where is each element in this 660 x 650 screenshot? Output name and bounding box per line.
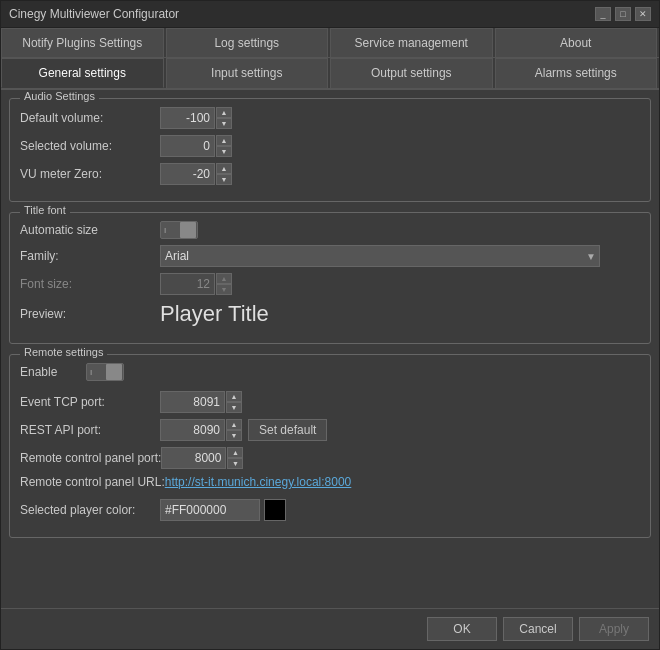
- remote-control-panel-port-spinner: ▲ ▼: [161, 447, 243, 469]
- selected-player-color-label: Selected player color:: [20, 503, 160, 517]
- default-volume-input[interactable]: [160, 107, 215, 129]
- rest-api-port-input[interactable]: [160, 419, 225, 441]
- default-volume-up[interactable]: ▲: [216, 107, 232, 118]
- toggle-off-label: I: [164, 226, 166, 235]
- remote-control-panel-port-row: Remote control panel port: ▲ ▼: [20, 447, 640, 469]
- tabs-row1: Notify Plugins Settings Log settings Ser…: [1, 28, 659, 58]
- remote-control-panel-url-label: Remote control panel URL:: [20, 475, 165, 489]
- main-window: Cinegy Multiviewer Configurator _ □ ✕ No…: [0, 0, 660, 650]
- vu-meter-zero-btns: ▲ ▼: [216, 163, 232, 185]
- vu-meter-zero-label: VU meter Zero:: [20, 167, 160, 181]
- close-button[interactable]: ✕: [635, 7, 651, 21]
- ok-button[interactable]: OK: [427, 617, 497, 641]
- remote-control-panel-port-input[interactable]: [161, 447, 226, 469]
- font-size-up: ▲: [216, 273, 232, 284]
- tab-notify[interactable]: Notify Plugins Settings: [1, 28, 164, 57]
- tab-service[interactable]: Service management: [330, 28, 493, 57]
- tabs-row2: General settings Input settings Output s…: [1, 58, 659, 90]
- remote-control-panel-port-label: Remote control panel port:: [20, 451, 161, 465]
- selected-volume-label: Selected volume:: [20, 139, 160, 153]
- event-tcp-port-up[interactable]: ▲: [226, 391, 242, 402]
- tab-output[interactable]: Output settings: [330, 58, 493, 88]
- rest-api-port-label: REST API port:: [20, 423, 160, 437]
- color-input-group: [160, 499, 286, 521]
- window-title: Cinegy Multiviewer Configurator: [9, 7, 179, 21]
- remote-control-panel-url[interactable]: http://st-it.munich.cinegy.local:8000: [165, 475, 352, 489]
- default-volume-row: Default volume: ▲ ▼: [20, 107, 640, 129]
- tab-about[interactable]: About: [495, 28, 658, 57]
- font-size-label: Font size:: [20, 277, 160, 291]
- remote-control-panel-url-row: Remote control panel URL: http://st-it.m…: [20, 475, 640, 489]
- remote-settings-label: Remote settings: [20, 346, 107, 358]
- vu-meter-zero-row: VU meter Zero: ▲ ▼: [20, 163, 640, 185]
- family-select-wrapper: Arial ▼: [160, 245, 600, 267]
- title-bar-controls: _ □ ✕: [595, 7, 651, 21]
- default-volume-btns: ▲ ▼: [216, 107, 232, 129]
- title-font-group: Title font Automatic size I Family: Aria…: [9, 212, 651, 344]
- enable-toggle-knob: [106, 364, 122, 380]
- rest-api-port-row: REST API port: ▲ ▼ Set default: [20, 419, 640, 441]
- event-tcp-port-down[interactable]: ▼: [226, 402, 242, 413]
- remote-control-panel-port-up[interactable]: ▲: [227, 447, 243, 458]
- default-volume-spinner: ▲ ▼: [160, 107, 232, 129]
- vu-meter-zero-spinner: ▲ ▼: [160, 163, 232, 185]
- automatic-size-row: Automatic size I: [20, 221, 640, 239]
- font-size-btns: ▲ ▼: [216, 273, 232, 295]
- color-swatch[interactable]: [264, 499, 286, 521]
- rest-api-port-down[interactable]: ▼: [226, 430, 242, 441]
- event-tcp-port-row: Event TCP port: ▲ ▼: [20, 391, 640, 413]
- font-size-input: [160, 273, 215, 295]
- set-default-button[interactable]: Set default: [248, 419, 327, 441]
- tab-input[interactable]: Input settings: [166, 58, 329, 88]
- event-tcp-port-btns: ▲ ▼: [226, 391, 242, 413]
- family-row: Family: Arial ▼: [20, 245, 640, 267]
- selected-player-color-input[interactable]: [160, 499, 260, 521]
- cancel-button[interactable]: Cancel: [503, 617, 573, 641]
- family-label: Family:: [20, 249, 160, 263]
- tab-general[interactable]: General settings: [1, 58, 164, 88]
- enable-toggle-off-label: I: [90, 368, 92, 377]
- selected-volume-btns: ▲ ▼: [216, 135, 232, 157]
- enable-row: Enable I: [20, 363, 640, 381]
- tab-log[interactable]: Log settings: [166, 28, 329, 57]
- remote-settings-group: Remote settings Enable I Event TCP port:…: [9, 354, 651, 538]
- rest-api-port-spinner: ▲ ▼: [160, 419, 242, 441]
- audio-settings-group: Audio Settings Default volume: ▲ ▼ Selec…: [9, 98, 651, 202]
- event-tcp-port-spinner: ▲ ▼: [160, 391, 242, 413]
- apply-button[interactable]: Apply: [579, 617, 649, 641]
- default-volume-down[interactable]: ▼: [216, 118, 232, 129]
- preview-label: Preview:: [20, 307, 160, 321]
- remote-control-panel-port-down[interactable]: ▼: [227, 458, 243, 469]
- event-tcp-port-label: Event TCP port:: [20, 395, 160, 409]
- selected-volume-up[interactable]: ▲: [216, 135, 232, 146]
- remote-control-panel-port-btns: ▲ ▼: [227, 447, 243, 469]
- family-select[interactable]: Arial: [160, 245, 600, 267]
- font-size-row: Font size: ▲ ▼: [20, 273, 640, 295]
- font-size-down: ▼: [216, 284, 232, 295]
- minimize-button[interactable]: _: [595, 7, 611, 21]
- audio-settings-label: Audio Settings: [20, 90, 99, 102]
- toggle-knob: [180, 222, 196, 238]
- title-bar: Cinegy Multiviewer Configurator _ □ ✕: [1, 1, 659, 28]
- title-font-label: Title font: [20, 204, 70, 216]
- main-content: Audio Settings Default volume: ▲ ▼ Selec…: [1, 90, 659, 608]
- rest-api-port-btns: ▲ ▼: [226, 419, 242, 441]
- vu-meter-zero-up[interactable]: ▲: [216, 163, 232, 174]
- footer: OK Cancel Apply: [1, 608, 659, 649]
- selected-volume-row: Selected volume: ▲ ▼: [20, 135, 640, 157]
- tab-alarms[interactable]: Alarms settings: [495, 58, 658, 88]
- selected-volume-input[interactable]: [160, 135, 215, 157]
- automatic-size-toggle[interactable]: I: [160, 221, 198, 239]
- event-tcp-port-input[interactable]: [160, 391, 225, 413]
- font-size-spinner: ▲ ▼: [160, 273, 232, 295]
- automatic-size-label: Automatic size: [20, 223, 160, 237]
- maximize-button[interactable]: □: [615, 7, 631, 21]
- selected-volume-down[interactable]: ▼: [216, 146, 232, 157]
- enable-toggle[interactable]: I: [86, 363, 124, 381]
- preview-row: Preview: Player Title: [20, 301, 640, 327]
- preview-text: Player Title: [160, 301, 269, 327]
- vu-meter-zero-down[interactable]: ▼: [216, 174, 232, 185]
- vu-meter-zero-input[interactable]: [160, 163, 215, 185]
- selected-player-color-row: Selected player color:: [20, 499, 640, 521]
- rest-api-port-up[interactable]: ▲: [226, 419, 242, 430]
